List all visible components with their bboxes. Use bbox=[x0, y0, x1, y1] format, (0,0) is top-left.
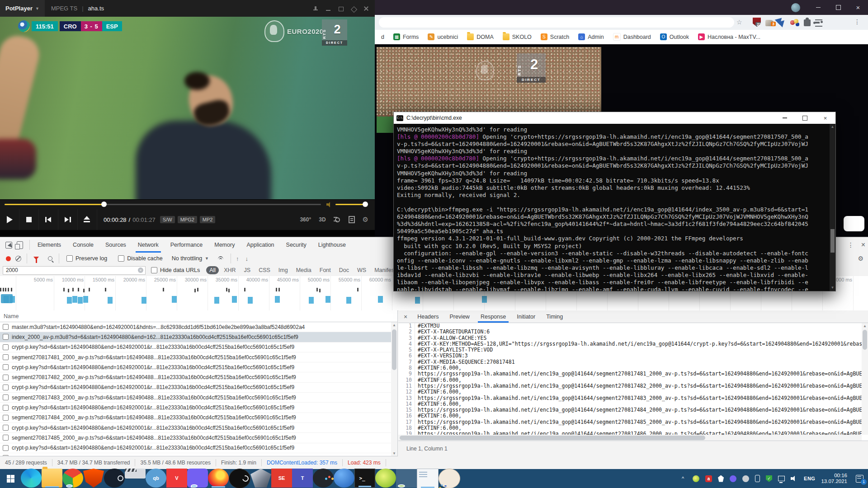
device-toolbar-icon[interactable] bbox=[17, 241, 23, 249]
scrollbar-thumb[interactable] bbox=[830, 229, 835, 253]
taskbar-app-button[interactable] bbox=[229, 469, 250, 488]
tray-icon[interactable]: a bbox=[705, 475, 712, 482]
bookmark-item[interactable]: m Dashboard bbox=[613, 33, 651, 41]
profile-avatar[interactable] bbox=[791, 3, 800, 12]
filter-chip[interactable]: Media bbox=[293, 266, 315, 274]
taskbar-app-button[interactable]: qb bbox=[146, 469, 166, 488]
bookmark-item[interactable]: ⌂ Admin bbox=[578, 33, 604, 40]
search-icon[interactable] bbox=[48, 256, 52, 261]
row-checkbox[interactable] bbox=[3, 364, 9, 370]
row-checkbox[interactable] bbox=[3, 394, 9, 400]
bookmark-item[interactable]: SKOLO bbox=[503, 33, 532, 40]
taskbar-clock[interactable]: 00:16 13.07.2021 bbox=[821, 473, 847, 484]
filter-chip[interactable]: Img bbox=[275, 266, 291, 274]
table-row[interactable]: segment270817481_2000_av-p.ts?sd=6&start… bbox=[0, 352, 391, 362]
row-checkbox[interactable] bbox=[3, 324, 9, 330]
cmd-output[interactable]: VMNHOV5geKQhwXHy3nQ%3d%3d' for reading[h… bbox=[394, 124, 830, 291]
devtools-tab[interactable]: Console bbox=[67, 237, 99, 253]
table-row[interactable]: crypt-p.key?sd=6&start=1624904880&end=16… bbox=[0, 362, 391, 372]
taskbar-app-button[interactable] bbox=[375, 469, 396, 488]
table-row[interactable]: crypt-p.key?sd=6&start=1624904880&end=16… bbox=[0, 443, 391, 453]
table-row[interactable]: master.m3u8?start=1624904880&end=1624920… bbox=[0, 322, 391, 332]
video-canvas[interactable]: 115:51 CRO 3 - 5 ESP EURO2020 RTS 2 DIRE… bbox=[0, 17, 375, 199]
tray-icon[interactable] bbox=[693, 475, 699, 482]
filter-chip[interactable]: WS bbox=[354, 266, 369, 274]
taskbar-app-button[interactable]: SE bbox=[271, 469, 292, 488]
filter-chip[interactable]: CSS bbox=[255, 266, 274, 274]
fullscreen-icon[interactable] bbox=[350, 5, 357, 12]
bookmark-item[interactable]: DOMA bbox=[467, 33, 494, 40]
devtools-tab[interactable]: Security bbox=[280, 237, 312, 253]
taskbar-app-button[interactable]: >_ bbox=[354, 469, 375, 488]
row-checkbox[interactable] bbox=[3, 354, 9, 360]
cmd-scrollbar[interactable]: ▲ ▼ bbox=[830, 124, 835, 291]
bookmark-item[interactable]: S Scratch bbox=[541, 33, 569, 40]
taskbar-app-button[interactable] bbox=[42, 469, 62, 488]
taskbar-app-button[interactable] bbox=[417, 469, 439, 488]
taskbar-app-button[interactable] bbox=[208, 469, 229, 488]
filter-chip[interactable]: Doc bbox=[336, 266, 352, 274]
tray-icon[interactable] bbox=[755, 475, 760, 482]
clear-icon[interactable] bbox=[15, 256, 21, 262]
checkbox-icon[interactable] bbox=[151, 267, 157, 273]
extension-icon[interactable]: 22 bbox=[753, 18, 761, 27]
row-checkbox[interactable] bbox=[3, 415, 9, 421]
cmd-titlebar[interactable]: C:\ C:\decrypt\bin\cmd.exe × bbox=[394, 112, 835, 124]
potplayer-titlebar[interactable]: PotPlayer ▼ MPEG TS | aha.ts bbox=[0, 0, 375, 17]
response-tab[interactable]: Headers bbox=[412, 310, 444, 323]
action-center-button[interactable]: 1 bbox=[856, 475, 863, 483]
minimize-icon[interactable] bbox=[774, 112, 795, 124]
volume-slider[interactable] bbox=[335, 204, 368, 205]
tray-icon[interactable]: ^ bbox=[679, 475, 687, 483]
bookmark-item[interactable]: O Outlook bbox=[660, 33, 689, 40]
devtools-tab[interactable]: Network bbox=[132, 237, 165, 253]
potplayer-menu-button[interactable]: PotPlayer ▼ bbox=[0, 0, 45, 17]
filter-chip[interactable]: All bbox=[206, 266, 219, 274]
browser-minimize-icon[interactable] bbox=[808, 0, 828, 15]
taskbar-app-button[interactable] bbox=[439, 469, 460, 488]
devtools-tab[interactable]: Elements bbox=[32, 237, 67, 253]
open-file-button[interactable] bbox=[78, 209, 97, 230]
scroll-down-icon[interactable]: ▼ bbox=[830, 285, 835, 291]
bookmark-star-icon[interactable]: ☆ bbox=[736, 19, 742, 26]
language-indicator[interactable]: ENG bbox=[804, 476, 815, 481]
address-bar[interactable] bbox=[379, 17, 734, 28]
row-checkbox[interactable] bbox=[3, 425, 9, 431]
browser-maximize-icon[interactable] bbox=[828, 0, 848, 15]
response-tab[interactable]: Initiator bbox=[511, 310, 541, 323]
taskbar-app-button[interactable] bbox=[62, 469, 83, 488]
maximize-icon[interactable] bbox=[795, 112, 815, 124]
extension-icon[interactable]: 3 bbox=[765, 20, 774, 26]
filter-chip[interactable]: JS bbox=[241, 266, 254, 274]
devtools-tab[interactable]: Performance bbox=[165, 237, 209, 253]
table-row[interactable]: index_2000_av-p.m3u8?sd=6&start=16249048… bbox=[0, 332, 391, 342]
maximize-icon[interactable] bbox=[338, 5, 344, 12]
play-button[interactable] bbox=[0, 209, 19, 230]
tray-icon[interactable] bbox=[742, 475, 749, 482]
tray-icon[interactable] bbox=[730, 475, 736, 482]
extension-icon[interactable] bbox=[777, 18, 787, 27]
table-row[interactable]: segment270817484_2000_av-p.ts?sd=6&start… bbox=[0, 413, 391, 423]
response-tab[interactable]: Timing bbox=[541, 310, 568, 323]
browser-titlebar[interactable]: × bbox=[375, 0, 868, 15]
browser-menu-icon[interactable]: ⋮ bbox=[854, 18, 860, 25]
scrollbar-thumb[interactable] bbox=[392, 329, 396, 370]
row-checkbox[interactable] bbox=[3, 334, 9, 340]
row-checkbox[interactable] bbox=[3, 375, 9, 380]
taskbar-app-button[interactable] bbox=[21, 469, 42, 488]
bookmark-item[interactable]: ✎ ucebnici bbox=[428, 33, 458, 40]
row-checkbox[interactable] bbox=[3, 435, 9, 441]
taskbar-app-button[interactable] bbox=[313, 469, 334, 488]
taskbar-app-button[interactable] bbox=[187, 469, 208, 488]
export-har-icon[interactable]: ↓ bbox=[245, 255, 249, 262]
clear-filter-icon[interactable]: × bbox=[138, 267, 143, 273]
scroll-up-icon[interactable]: ▲ bbox=[391, 322, 397, 328]
response-tab[interactable]: Preview bbox=[444, 310, 475, 323]
bookmark-item[interactable]: ▶ Насловна - MaxTV... bbox=[698, 33, 760, 40]
devtools-tab[interactable]: Lighthouse bbox=[312, 237, 352, 253]
taskbar-app-button[interactable] bbox=[104, 469, 125, 488]
scene-search-icon[interactable] bbox=[334, 216, 341, 223]
checkbox-icon[interactable] bbox=[118, 255, 124, 262]
preserve-log-checkbox[interactable]: Preserve log bbox=[66, 255, 107, 262]
taskbar-app-button[interactable]: T bbox=[292, 469, 313, 488]
